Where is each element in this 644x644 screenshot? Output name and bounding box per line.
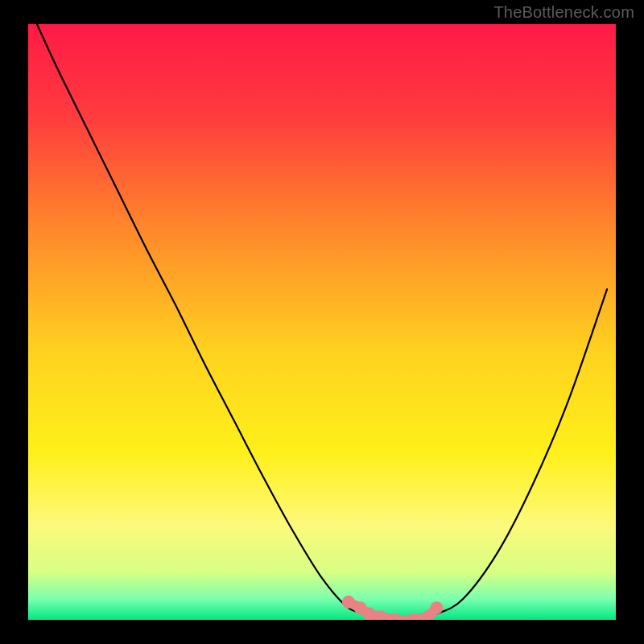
bottleneck-curve <box>37 24 607 620</box>
chart-frame: TheBottleneck.com <box>0 0 644 644</box>
marker-dot <box>430 601 443 614</box>
marker-group <box>342 596 443 620</box>
marker-dot <box>362 608 375 620</box>
marker-dot <box>342 596 355 609</box>
plot-area <box>28 24 616 620</box>
chart-overlay <box>28 24 616 620</box>
watermark-text: TheBottleneck.com <box>493 3 634 22</box>
